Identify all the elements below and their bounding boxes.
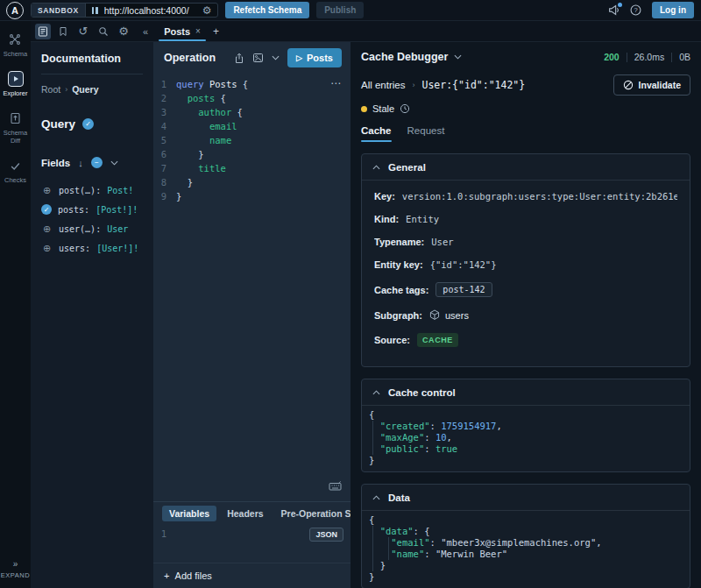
refetch-schema-button[interactable]: Refetch Schema: [225, 2, 309, 18]
fields-chevron-down-icon[interactable]: [110, 160, 118, 166]
operation-tab-strip: ↺ ⚙ « Posts × +: [31, 21, 701, 42]
add-files-button[interactable]: + Add files: [153, 563, 350, 588]
sidebar-item-schema[interactable]: Schema: [4, 32, 28, 58]
history-icon[interactable]: ↺: [75, 24, 91, 39]
field-name: posts:: [58, 205, 89, 215]
cache-control-section-header[interactable]: Cache control: [362, 379, 690, 406]
sidebar-item-schema-diff[interactable]: Schema Diff: [0, 110, 31, 145]
search-icon[interactable]: [96, 24, 111, 39]
help-icon[interactable]: ?: [630, 4, 641, 16]
status-code: 200: [604, 52, 620, 62]
indent-guide: [388, 537, 389, 560]
run-options-chevron-icon[interactable]: [272, 55, 280, 60]
variables-editor[interactable]: 1 JSON: [153, 524, 350, 563]
code-editor-row: 7 title: [153, 161, 350, 175]
breadcrumb-separator-icon: ›: [65, 85, 67, 94]
line-number: 2: [153, 91, 176, 105]
apollo-logo[interactable]: A: [6, 2, 24, 19]
doc-field-row[interactable]: ✓posts:[Post!]!: [41, 200, 143, 219]
announcements-icon[interactable]: [608, 4, 620, 16]
expand-field-icon[interactable]: ⊕: [41, 243, 53, 254]
deselect-all-icon[interactable]: −: [91, 157, 103, 168]
field-type[interactable]: [User!]!: [96, 244, 138, 253]
doc-field-row[interactable]: ⊕post(…):Post!: [41, 181, 143, 200]
login-button[interactable]: Log in: [652, 2, 694, 18]
invalidate-button[interactable]: Invalidate: [613, 74, 690, 96]
response-view-select[interactable]: Cache Debugger: [361, 51, 462, 63]
export-image-icon[interactable]: [252, 53, 264, 63]
line-number: 4: [153, 119, 176, 133]
endpoint-url[interactable]: http://localhost:4000/: [104, 5, 196, 16]
response-stats: 200 26.0ms 0B: [604, 52, 690, 62]
sidebar-item-checks[interactable]: Checks: [4, 158, 26, 184]
code-line: posts {: [176, 91, 226, 105]
variables-format-select[interactable]: JSON: [309, 528, 343, 542]
collapse-panel-icon[interactable]: «: [143, 26, 148, 37]
row-value: User: [431, 237, 453, 247]
row-label: Entity key:: [374, 259, 423, 270]
connection-settings-gear-icon[interactable]: ⚙: [196, 5, 218, 16]
svg-text:?: ?: [634, 6, 637, 14]
expand-rail-button[interactable]: » EXPAND: [1, 559, 30, 588]
documentation-breadcrumb: Root › Query: [41, 84, 143, 95]
close-tab-icon[interactable]: ×: [195, 26, 201, 36]
all-entries-link[interactable]: All entries: [361, 80, 406, 90]
editor-bottom-panel: VariablesHeadersPre-Operation ScriptPost…: [153, 501, 350, 588]
code-line: email: [176, 119, 237, 133]
code-line: }: [176, 147, 204, 161]
tab-cache[interactable]: Cache: [361, 125, 392, 142]
code-editor-row: 6 }: [153, 147, 350, 161]
row-label: Typename:: [374, 237, 424, 247]
tab-posts[interactable]: Posts ×: [159, 21, 206, 41]
doc-field-row[interactable]: ⊕user(…):User: [41, 219, 143, 238]
data-section-header[interactable]: Data: [362, 485, 690, 511]
editor-tab-headers[interactable]: Headers: [220, 506, 270, 521]
clock-icon[interactable]: [400, 103, 410, 114]
operation-heading: Operation: [164, 52, 216, 64]
share-operation-icon[interactable]: [234, 53, 244, 64]
editor-tab-pre-operation-script[interactable]: Pre-Operation Script: [274, 506, 350, 521]
settings-gear-icon[interactable]: ⚙: [116, 24, 131, 39]
field-type[interactable]: [Post!]!: [96, 205, 138, 215]
tab-request[interactable]: Request: [407, 125, 445, 142]
general-section-card: General Key:version:1.0:subgraph:users:t…: [361, 153, 690, 367]
publish-button[interactable]: Publish: [316, 2, 364, 18]
left-navigation-rail: Schema Explorer Schema Diff Checks » EXP…: [0, 21, 31, 588]
keyboard-shortcuts-icon[interactable]: [329, 478, 342, 494]
cache-control-section-card: Cache control { "created": 1759154917, "…: [361, 379, 690, 472]
doc-field-row[interactable]: ⊕users:[User!]!: [41, 238, 143, 258]
new-tab-icon[interactable]: +: [213, 25, 219, 38]
cache-debugger-panel: Cache Debugger 200 26.0ms 0B All entries: [350, 42, 701, 588]
expand-field-icon[interactable]: ⊕: [41, 185, 53, 196]
code-line: }: [176, 189, 181, 203]
general-row-kind: Kind:Entity: [374, 214, 677, 224]
notification-dot: [618, 3, 622, 7]
endpoint-url-bar[interactable]: SANDBOX http://localhost:4000/ ⚙: [31, 3, 218, 18]
documentation-panel-icon[interactable]: [35, 24, 51, 39]
code-line: "created": 1759154917,: [369, 421, 690, 432]
expand-field-icon[interactable]: ⊕: [41, 223, 53, 235]
editor-tab-variables[interactable]: Variables: [162, 506, 216, 521]
field-type[interactable]: Post!: [107, 186, 133, 195]
documentation-panel: Documentation Root › Query Query ✓ Field…: [31, 42, 153, 588]
pause-polling-icon[interactable]: [92, 7, 98, 14]
top-bar: A SANDBOX http://localhost:4000/ ⚙ Refet…: [0, 0, 701, 21]
saved-operations-icon[interactable]: [55, 24, 71, 39]
indent-guide: [372, 526, 373, 571]
general-section-header[interactable]: General: [362, 154, 690, 181]
line-actions-icon[interactable]: ⋯: [330, 77, 342, 89]
code-editor-row: 4 email: [153, 119, 350, 133]
general-row-key: Key:version:1.0:subgraph:users:type:User…: [374, 191, 677, 202]
breadcrumb-root[interactable]: Root: [41, 84, 60, 95]
field-type[interactable]: User: [107, 224, 128, 234]
sort-fields-icon[interactable]: ↓: [78, 158, 83, 168]
row-value: version:1.0:subgraph:users:type:User:ent…: [402, 191, 677, 202]
sidebar-item-explorer[interactable]: Explorer: [4, 71, 28, 97]
fields-heading: Fields: [41, 158, 70, 168]
collapse-section-icon: [372, 165, 380, 170]
graphql-code-editor[interactable]: 1query Posts {2 posts {3 author {4 email…: [153, 72, 350, 501]
line-number: 1: [153, 77, 176, 91]
general-row-entity-key: Entity key:{"id":"142"}: [374, 259, 677, 270]
row-label: Source:: [374, 335, 410, 345]
run-operation-button[interactable]: ▷ Posts: [287, 48, 342, 67]
